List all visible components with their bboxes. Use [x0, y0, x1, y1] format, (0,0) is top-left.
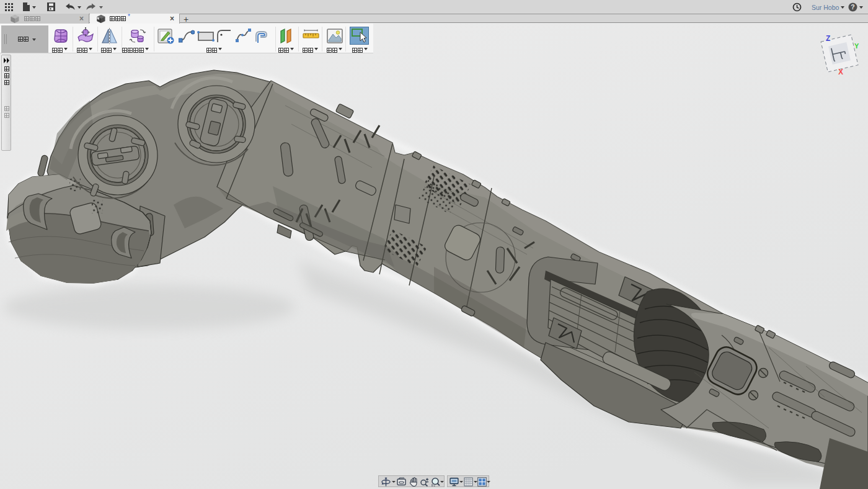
svg-text:X: X	[838, 68, 843, 76]
svg-text:Z: Z	[826, 34, 830, 43]
svg-text:?: ?	[851, 3, 854, 11]
svg-text:Y: Y	[854, 42, 859, 50]
